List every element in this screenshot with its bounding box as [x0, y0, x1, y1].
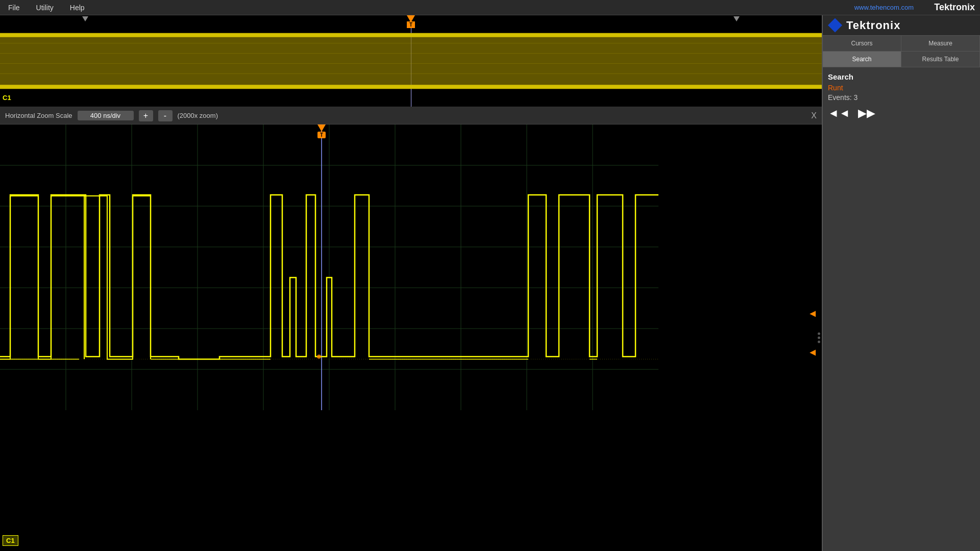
zoom-label: Horizontal Zoom Scale — [5, 112, 72, 119]
overview-waveform-svg — [0, 15, 822, 107]
side-dots — [818, 333, 820, 343]
zoom-bar: Horizontal Zoom Scale 400 ns/div + - (20… — [0, 107, 822, 124]
search-type-label: Runt — [828, 84, 975, 92]
zoom-minus-button[interactable]: - — [158, 110, 173, 121]
menu-file[interactable]: File — [5, 3, 23, 13]
zoom-info-text: (2000x zoom) — [178, 112, 218, 119]
zoom-scale-display: 400 ns/div — [78, 111, 134, 120]
menu-help[interactable]: Help — [67, 3, 88, 13]
scroll-right-arrow-top[interactable]: ◄ — [807, 308, 818, 319]
menu-utility[interactable]: Utility — [33, 3, 57, 13]
svg-rect-0 — [0, 33, 822, 89]
waveform-ch1-label: C1 — [3, 535, 18, 546]
right-panel-header: Tektronix — [823, 15, 980, 36]
website-url: www.tehencom.com — [854, 4, 914, 11]
tektronix-logo-icon — [828, 18, 842, 33]
search-prev-button[interactable]: ◄◄ — [828, 107, 850, 120]
main-container: T C1 Horizontal Zoom Scale 400 ns/div + … — [0, 15, 980, 551]
svg-rect-1 — [0, 33, 822, 37]
grid-svg — [0, 124, 822, 551]
tab-results-table[interactable]: Results Table — [901, 52, 980, 67]
zoom-plus-button[interactable]: + — [139, 110, 153, 121]
svg-rect-2 — [0, 85, 822, 89]
waveform-display: T ◄ ◄ C1 — [0, 124, 822, 551]
search-navigation: ◄◄ ▶▶ — [828, 107, 975, 120]
search-events-count: Events: 3 — [828, 93, 975, 102]
tab-cursors[interactable]: Cursors — [823, 36, 901, 51]
search-next-button[interactable]: ▶▶ — [858, 107, 875, 120]
overview-ch1-label: C1 — [3, 94, 11, 102]
zoom-close-button[interactable]: X — [811, 111, 817, 120]
scroll-right-arrow-bottom[interactable]: ◄ — [807, 346, 818, 358]
tektronix-logo-text: Tektronix — [846, 19, 900, 32]
tab-buttons: Cursors Measure — [823, 36, 980, 52]
search-panel: Search Runt Events: 3 ◄◄ ▶▶ — [823, 67, 980, 551]
right-panel: Tektronix Cursors Measure Search Results… — [822, 15, 980, 551]
menu-bar: File Utility Help www.tehencom.com Tektr… — [0, 0, 980, 15]
tektronix-brand: Tektronix — [934, 2, 975, 13]
search-panel-title: Search — [828, 72, 975, 81]
tab-measure[interactable]: Measure — [901, 36, 980, 51]
tab-search[interactable]: Search — [823, 52, 901, 67]
overview-area: T C1 — [0, 15, 822, 107]
scope-area: T C1 Horizontal Zoom Scale 400 ns/div + … — [0, 15, 822, 551]
svg-point-23 — [317, 355, 321, 359]
